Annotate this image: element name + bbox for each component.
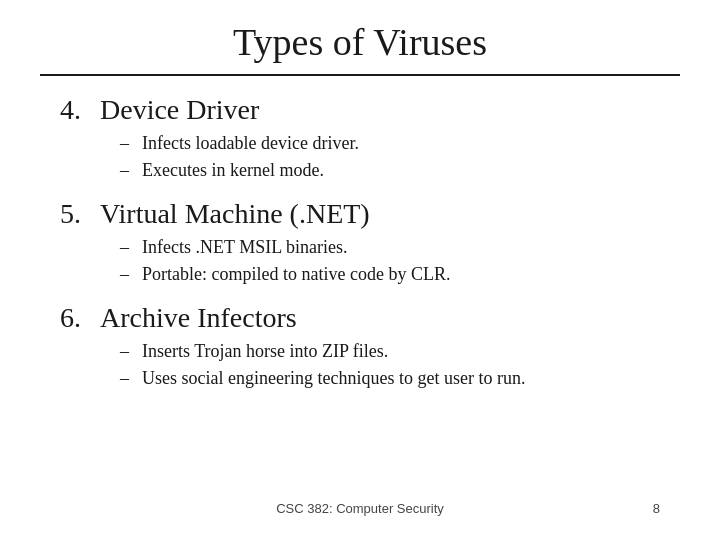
section-6-heading: 6. Archive Infectors xyxy=(60,302,660,334)
section-4-number: 4. xyxy=(60,94,100,126)
section-6-title: Archive Infectors xyxy=(100,302,297,334)
section-6-bullets: – Inserts Trojan horse into ZIP files. –… xyxy=(60,338,660,392)
list-item: – Executes in kernel mode. xyxy=(120,157,660,184)
section-4-bullets: – Infects loadable device driver. – Exec… xyxy=(60,130,660,184)
list-item: – Infects .NET MSIL binaries. xyxy=(120,234,660,261)
slide-title: Types of Viruses xyxy=(40,20,680,76)
dash-icon: – xyxy=(120,338,142,365)
slide-footer: CSC 382: Computer Security 8 xyxy=(40,493,680,520)
slide: Types of Viruses 4. Device Driver – Infe… xyxy=(0,0,720,540)
bullet-text: Uses social engineering techniques to ge… xyxy=(142,365,525,392)
list-item: – Portable: compiled to native code by C… xyxy=(120,261,660,288)
section-5-heading: 5. Virtual Machine (.NET) xyxy=(60,198,660,230)
bullet-text: Portable: compiled to native code by CLR… xyxy=(142,261,450,288)
dash-icon: – xyxy=(120,261,142,288)
footer-course: CSC 382: Computer Security xyxy=(276,501,444,516)
footer-page: 8 xyxy=(653,501,660,516)
list-item: – Uses social engineering techniques to … xyxy=(120,365,660,392)
section-4-title: Device Driver xyxy=(100,94,259,126)
section-5-number: 5. xyxy=(60,198,100,230)
list-item: – Infects loadable device driver. xyxy=(120,130,660,157)
dash-icon: – xyxy=(120,130,142,157)
bullet-text: Executes in kernel mode. xyxy=(142,157,324,184)
section-5: 5. Virtual Machine (.NET) – Infects .NET… xyxy=(60,198,660,288)
section-4: 4. Device Driver – Infects loadable devi… xyxy=(60,94,660,184)
dash-icon: – xyxy=(120,157,142,184)
dash-icon: – xyxy=(120,234,142,261)
dash-icon: – xyxy=(120,365,142,392)
list-item: – Inserts Trojan horse into ZIP files. xyxy=(120,338,660,365)
section-6: 6. Archive Infectors – Inserts Trojan ho… xyxy=(60,302,660,392)
bullet-text: Infects .NET MSIL binaries. xyxy=(142,234,347,261)
slide-content: 4. Device Driver – Infects loadable devi… xyxy=(40,84,680,493)
section-5-title: Virtual Machine (.NET) xyxy=(100,198,370,230)
bullet-text: Infects loadable device driver. xyxy=(142,130,359,157)
bullet-text: Inserts Trojan horse into ZIP files. xyxy=(142,338,388,365)
section-6-number: 6. xyxy=(60,302,100,334)
section-4-heading: 4. Device Driver xyxy=(60,94,660,126)
section-5-bullets: – Infects .NET MSIL binaries. – Portable… xyxy=(60,234,660,288)
